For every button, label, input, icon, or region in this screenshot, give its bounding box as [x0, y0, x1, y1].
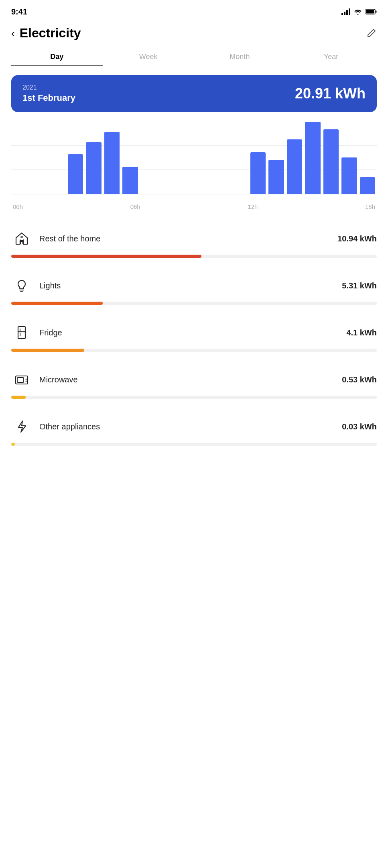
- tab-bar: Day Week Month Year: [0, 47, 388, 66]
- tab-week[interactable]: Week: [103, 47, 194, 66]
- usage-progress-fill: [11, 302, 103, 305]
- date-card-year: 2021: [22, 84, 75, 91]
- svg-rect-1: [376, 11, 377, 13]
- usage-item-header: Fridge 4.1 kWh: [11, 322, 377, 343]
- usage-progress-fill: [11, 396, 26, 399]
- signal-icon: [341, 8, 350, 15]
- chart-bar: [122, 167, 138, 194]
- svg-rect-4: [18, 327, 25, 339]
- chart-bar: [323, 129, 339, 194]
- usage-item-header: Lights 5.31 kWh: [11, 275, 377, 296]
- back-button[interactable]: ‹: [11, 28, 15, 39]
- usage-item-header: Rest of the home 10.94 kWh: [11, 228, 377, 249]
- usage-item-microwave: Microwave 0.53 kWh: [11, 360, 377, 407]
- chart-bar: [86, 142, 102, 194]
- date-card-value: 20.91 kWh: [295, 85, 366, 102]
- fridge-icon: [11, 322, 32, 343]
- chart-bar: [68, 154, 83, 194]
- usage-item-home: Rest of the home 10.94 kWh: [11, 219, 377, 266]
- tab-month[interactable]: Month: [194, 47, 286, 66]
- tab-year[interactable]: Year: [285, 47, 377, 66]
- chart-label-12h: 12h: [248, 203, 258, 210]
- chart-label-00h: 00h: [13, 203, 23, 210]
- usage-progress-fill: [11, 443, 15, 446]
- usage-progress-bg: [11, 443, 377, 446]
- bulb-icon: [11, 275, 32, 296]
- energy-chart: 00h 06h 12h 18h: [11, 122, 377, 210]
- usage-progress-bg: [11, 255, 377, 258]
- chart-bar: [305, 122, 321, 194]
- svg-point-3: [21, 236, 22, 238]
- chart-bar: [341, 157, 357, 194]
- header: ‹ Electricity: [0, 21, 388, 47]
- usage-item-other: Other appliances 0.03 kWh: [11, 407, 377, 446]
- usage-progress-bg: [11, 302, 377, 305]
- usage-item-value: 0.53 kWh: [342, 375, 377, 384]
- svg-point-10: [26, 379, 27, 380]
- svg-point-11: [26, 381, 27, 382]
- usage-item-value: 10.94 kWh: [337, 234, 377, 243]
- microwave-icon: [11, 369, 32, 390]
- chart-bar: [360, 177, 376, 194]
- chart-label-18h: 18h: [365, 203, 375, 210]
- usage-item-header: Other appliances 0.03 kWh: [11, 416, 377, 437]
- usage-progress-bg: [11, 396, 377, 399]
- usage-progress-fill: [11, 255, 201, 258]
- chart-bar: [287, 139, 303, 194]
- usage-list: Rest of the home 10.94 kWh Lights 5.31 k…: [0, 219, 388, 446]
- usage-progress-fill: [11, 349, 84, 352]
- usage-progress-bg: [11, 349, 377, 352]
- date-card-left: 2021 1st February: [22, 84, 75, 103]
- chart-x-labels: 00h 06h 12h 18h: [11, 203, 377, 210]
- usage-item-name: Lights: [39, 281, 342, 290]
- date-card-date: 1st February: [22, 93, 75, 103]
- chart-bar: [250, 152, 266, 194]
- chart-bar: [104, 132, 120, 194]
- edit-button[interactable]: [366, 28, 377, 39]
- svg-rect-2: [366, 10, 374, 14]
- status-bar: 9:41: [0, 0, 388, 21]
- usage-item-value: 0.03 kWh: [342, 422, 377, 431]
- chart-bars: [11, 122, 377, 194]
- chart-label-06h: 06h: [130, 203, 140, 210]
- date-card: 2021 1st February 20.91 kWh: [11, 75, 377, 112]
- bolt-icon: [11, 416, 32, 437]
- status-time: 9:41: [11, 7, 27, 16]
- usage-item-lights: Lights 5.31 kWh: [11, 266, 377, 313]
- usage-item-name: Rest of the home: [39, 234, 337, 243]
- chart-bar: [268, 160, 284, 194]
- usage-item-value: 4.1 kWh: [346, 328, 377, 337]
- status-icons: [341, 8, 377, 15]
- usage-item-name: Other appliances: [39, 422, 342, 431]
- usage-item-fridge: Fridge 4.1 kWh: [11, 313, 377, 360]
- usage-item-name: Microwave: [39, 375, 342, 384]
- header-left: ‹ Electricity: [11, 26, 81, 41]
- tab-day[interactable]: Day: [11, 47, 103, 66]
- page-title: Electricity: [20, 26, 81, 41]
- battery-icon: [366, 9, 377, 14]
- usage-item-value: 5.31 kWh: [342, 281, 377, 290]
- home-icon: [11, 228, 32, 249]
- usage-item-name: Fridge: [39, 328, 346, 337]
- svg-rect-9: [17, 378, 24, 382]
- usage-item-header: Microwave 0.53 kWh: [11, 369, 377, 390]
- wifi-icon: [353, 8, 362, 15]
